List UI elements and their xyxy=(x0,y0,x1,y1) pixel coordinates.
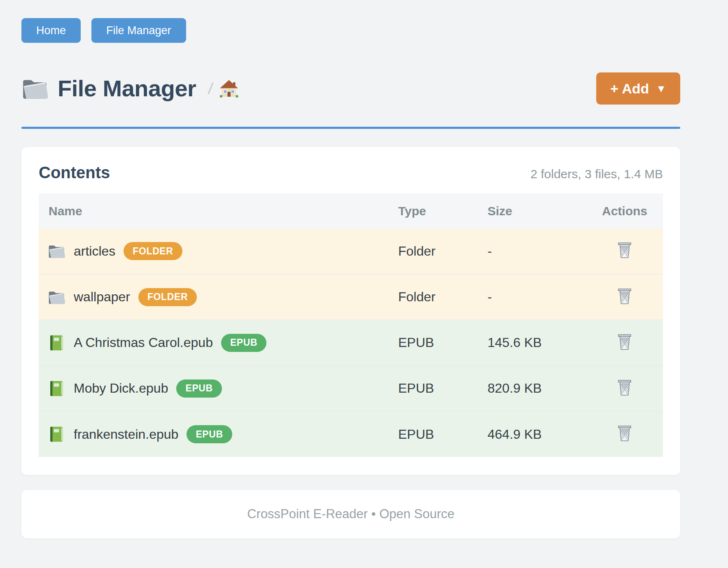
size-cell: 145.6 KB xyxy=(488,320,586,365)
file-name-link[interactable]: articles xyxy=(74,244,115,259)
green-book-icon xyxy=(48,426,65,442)
file-name-link[interactable]: frankenstein.epub xyxy=(74,427,178,442)
type-cell: Folder xyxy=(398,274,488,320)
table-row[interactable]: Moby Dick.epubEPUBEPUB820.9 KB xyxy=(39,365,663,411)
type-badge: EPUB xyxy=(187,425,232,443)
column-header-size: Size xyxy=(488,193,586,228)
type-cell: Folder xyxy=(398,228,488,274)
delete-button[interactable] xyxy=(616,332,634,352)
caret-down-icon: ▼ xyxy=(656,84,666,94)
type-badge: EPUB xyxy=(221,334,266,352)
trash-icon xyxy=(616,333,633,351)
add-button[interactable]: + Add ▼ xyxy=(596,72,680,105)
folder-icon xyxy=(48,289,65,305)
size-cell: 820.9 KB xyxy=(488,365,586,411)
actions-cell xyxy=(586,365,663,411)
nav-button-home[interactable]: Home xyxy=(21,18,81,43)
delete-button[interactable] xyxy=(616,423,634,443)
header-divider xyxy=(21,127,680,129)
type-badge: EPUB xyxy=(176,379,222,398)
column-header-actions: Actions xyxy=(586,193,663,228)
actions-cell xyxy=(586,274,663,320)
nav-button-file-manager[interactable]: File Manager xyxy=(91,18,186,43)
contents-summary: 2 folders, 3 files, 1.4 MB xyxy=(530,167,663,181)
page-header: File Manager / + Add ▼ xyxy=(21,72,680,105)
table-row[interactable]: articlesFOLDERFolder- xyxy=(39,228,663,274)
file-name-link[interactable]: Moby Dick.epub xyxy=(74,381,168,396)
trash-icon xyxy=(616,241,633,259)
card-title: Contents xyxy=(39,163,110,182)
trash-icon xyxy=(616,287,633,305)
name-cell: A Christmas Carol.epubEPUB xyxy=(39,320,398,365)
type-cell: EPUB xyxy=(398,365,488,411)
house-icon xyxy=(219,79,238,98)
table-row[interactable]: A Christmas Carol.epubEPUBEPUB145.6 KB xyxy=(39,320,663,365)
contents-card: Contents 2 folders, 3 files, 1.4 MB Name… xyxy=(21,147,680,475)
file-name-link[interactable]: A Christmas Carol.epub xyxy=(74,335,213,350)
type-cell: EPUB xyxy=(398,320,488,365)
top-nav: Home File Manager xyxy=(21,18,680,43)
delete-button[interactable] xyxy=(616,240,634,260)
breadcrumb-separator: / xyxy=(207,80,214,98)
page: Home File Manager File Manager / + Add ▼… xyxy=(0,0,728,538)
green-book-icon xyxy=(48,335,65,351)
name-cell: Moby Dick.epubEPUB xyxy=(39,365,398,411)
actions-cell xyxy=(586,411,663,457)
breadcrumb-home-link[interactable] xyxy=(219,79,238,98)
actions-cell xyxy=(586,228,663,274)
page-title: File Manager xyxy=(58,77,196,100)
table-row[interactable]: wallpaperFOLDERFolder- xyxy=(39,274,663,320)
column-header-name: Name xyxy=(39,193,398,228)
file-table-body: articlesFOLDERFolder-wallpaperFOLDERFold… xyxy=(39,228,663,457)
actions-cell xyxy=(586,320,663,365)
type-badge: FOLDER xyxy=(138,288,197,306)
trash-icon xyxy=(616,378,633,396)
column-header-type: Type xyxy=(398,193,488,228)
file-name-link[interactable]: wallpaper xyxy=(74,289,130,305)
delete-button[interactable] xyxy=(616,377,634,397)
card-header: Contents 2 folders, 3 files, 1.4 MB xyxy=(39,163,663,182)
green-book-icon xyxy=(48,380,65,397)
name-cell: frankenstein.epubEPUB xyxy=(39,411,398,457)
type-cell: EPUB xyxy=(398,411,488,457)
table-header-row: Name Type Size Actions xyxy=(39,193,663,228)
name-cell: wallpaperFOLDER xyxy=(39,274,398,320)
table-row[interactable]: frankenstein.epubEPUBEPUB464.9 KB xyxy=(39,411,663,457)
size-cell: - xyxy=(488,274,586,320)
folder-icon xyxy=(21,77,49,100)
name-cell: articlesFOLDER xyxy=(39,228,398,274)
file-table: Name Type Size Actions articlesFOLDERFol… xyxy=(39,193,663,457)
delete-button[interactable] xyxy=(616,286,634,306)
trash-icon xyxy=(616,424,633,442)
size-cell: - xyxy=(488,228,586,274)
size-cell: 464.9 KB xyxy=(488,411,586,457)
add-button-label: + Add xyxy=(610,81,649,97)
type-badge: FOLDER xyxy=(124,242,182,260)
footer-text: CrossPoint E-Reader • Open Source xyxy=(247,507,455,521)
footer: CrossPoint E-Reader • Open Source xyxy=(21,490,680,538)
folder-icon xyxy=(48,243,65,259)
